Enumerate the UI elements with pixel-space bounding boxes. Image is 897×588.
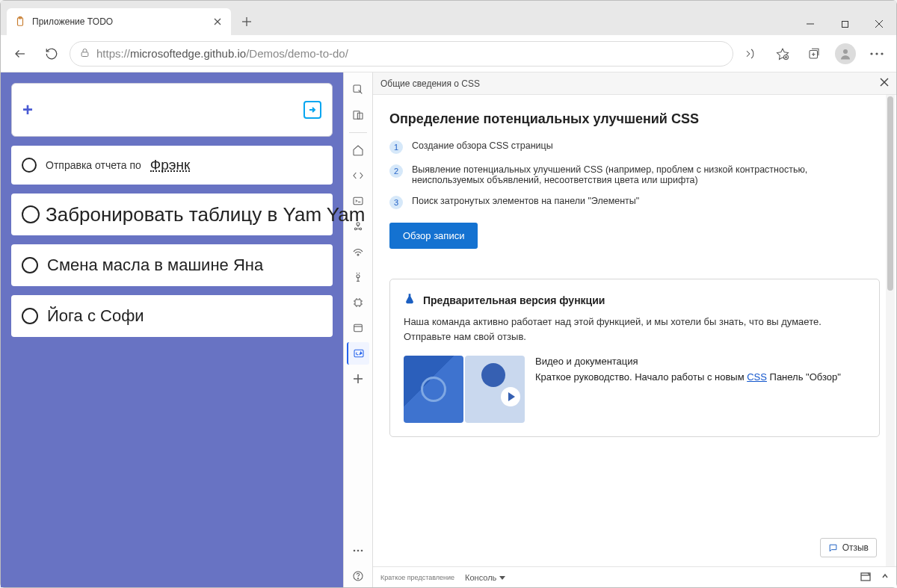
- maximize-button[interactable]: [827, 13, 862, 35]
- step-text: Выявление потенциальных улучшений CSS (н…: [412, 164, 880, 185]
- browser-window: Приложение TODO https://microsoftedge: [0, 0, 897, 588]
- svg-point-40: [357, 550, 360, 552]
- application-icon[interactable]: [347, 317, 369, 339]
- preview-title-row: Предварительная версия функции: [404, 293, 866, 307]
- svg-point-31: [357, 254, 359, 256]
- devtools-panel: Общие сведения о CSS Определение потенци…: [373, 72, 896, 587]
- todo-item[interactable]: Забронировать таблицу в Yam Yam: [11, 194, 333, 235]
- todo-item[interactable]: Отправка отчета по Фрэнк: [11, 146, 333, 185]
- step-number: 1: [389, 140, 403, 154]
- checkbox-icon[interactable]: [22, 205, 40, 223]
- svg-point-19: [843, 49, 848, 54]
- todo-text: Смена масла в машине Яна: [47, 256, 263, 275]
- media-subtitle: Краткое руководство. Начало работы с нов…: [535, 371, 841, 383]
- preview-media: Видео и документация Краткое руководство…: [404, 356, 866, 423]
- submit-arrow-icon[interactable]: [303, 101, 321, 119]
- thumbnail-design: [404, 356, 463, 423]
- play-icon: [501, 387, 520, 406]
- svg-point-20: [870, 52, 872, 55]
- checkbox-icon[interactable]: [22, 308, 38, 324]
- browser-tab[interactable]: Приложение TODO: [7, 8, 231, 35]
- todo-text-name: Фрэнк: [150, 157, 191, 173]
- css-link[interactable]: CSS: [747, 371, 767, 383]
- drawer-quick-label: Краткое представление: [380, 574, 454, 581]
- close-window-button[interactable]: [862, 13, 896, 35]
- back-button[interactable]: [7, 40, 34, 67]
- close-panel-icon[interactable]: [880, 78, 889, 89]
- svg-point-21: [875, 52, 878, 55]
- todo-text: Забронировать таблицу в Yam Yam: [46, 203, 365, 226]
- collections-icon[interactable]: [801, 40, 827, 67]
- css-overview-icon[interactable]: [347, 342, 369, 365]
- svg-marker-46: [499, 576, 505, 580]
- minimize-button[interactable]: [793, 13, 827, 35]
- flask-icon: [404, 293, 416, 307]
- url-field[interactable]: https://microsoftedge.github.io/Demos/de…: [70, 41, 733, 66]
- preview-box: Предварительная версия функции Наша кома…: [389, 279, 880, 437]
- step-item: 2 Выявление потенциальных улучшений CSS …: [389, 164, 880, 185]
- titlebar: Приложение TODO: [1, 1, 896, 35]
- url-text: https://microsoftedge.github.io/Demos/de…: [96, 47, 348, 60]
- performance-icon[interactable]: [347, 266, 369, 288]
- favorites-icon[interactable]: [769, 40, 796, 67]
- svg-rect-7: [842, 21, 848, 27]
- svg-rect-11: [81, 52, 88, 56]
- device-icon[interactable]: [347, 104, 369, 126]
- help-icon[interactable]: [347, 565, 369, 587]
- step-number: 2: [389, 164, 403, 178]
- panel-header: Общие сведения о CSS: [373, 72, 896, 95]
- lock-icon: [79, 47, 90, 61]
- thumbnail-video: [465, 356, 525, 423]
- svg-point-30: [360, 228, 362, 230]
- add-tool-icon[interactable]: [347, 368, 369, 390]
- drawer-console-tab[interactable]: Консоль: [465, 573, 505, 582]
- home-icon[interactable]: [347, 139, 369, 161]
- svg-point-29: [354, 228, 357, 230]
- step-item: 1 Создание обзора CSS страницы: [389, 140, 880, 154]
- media-text: Видео и документация Краткое руководство…: [535, 356, 841, 383]
- checkbox-icon[interactable]: [22, 257, 38, 273]
- checkbox-icon[interactable]: [22, 158, 37, 173]
- svg-rect-33: [355, 300, 361, 306]
- refresh-button[interactable]: [38, 40, 65, 67]
- step-number: 3: [389, 196, 403, 209]
- devtools-rail: [343, 72, 373, 587]
- elements-icon[interactable]: [347, 164, 369, 187]
- preview-title: Предварительная версия функции: [423, 294, 605, 306]
- todo-item[interactable]: Смена масла в машине Яна: [11, 244, 333, 286]
- todo-item[interactable]: Йога с Софи: [11, 295, 333, 337]
- svg-point-22: [881, 52, 883, 55]
- svg-point-43: [357, 578, 358, 579]
- profile-avatar[interactable]: [832, 40, 859, 67]
- more-tools-icon[interactable]: [347, 539, 369, 562]
- inspect-icon[interactable]: [347, 78, 369, 101]
- close-icon[interactable]: [212, 16, 224, 28]
- add-task-box[interactable]: +: [11, 83, 333, 137]
- memory-icon[interactable]: [347, 291, 369, 314]
- todo-app: + Отправка отчета по Фрэнк Забронировать…: [1, 72, 343, 587]
- network-icon[interactable]: [347, 241, 369, 263]
- clipboard-icon: [14, 16, 26, 28]
- read-aloud-icon[interactable]: [738, 40, 765, 67]
- plus-icon: +: [22, 99, 33, 120]
- more-menu-icon[interactable]: [863, 40, 890, 67]
- step-text: Поиск затронутых элементов на панели "Эл…: [412, 196, 639, 206]
- capture-overview-button[interactable]: Обзор записи: [389, 223, 478, 249]
- dock-icon[interactable]: [860, 572, 871, 583]
- feedback-button[interactable]: Отзыв: [820, 538, 877, 557]
- new-tab-button[interactable]: [235, 10, 258, 33]
- svg-point-39: [354, 550, 356, 552]
- panel-body: Определение потенциальных улучшений CSS …: [373, 95, 896, 566]
- chevron-up-icon[interactable]: [881, 572, 889, 583]
- svg-point-41: [361, 550, 363, 552]
- address-bar: https://microsoftedge.github.io/Demos/de…: [1, 35, 896, 72]
- window-controls: [793, 13, 896, 35]
- tab-title: Приложение TODO: [32, 16, 206, 27]
- media-thumbnails[interactable]: [404, 356, 525, 423]
- panel-title: Общие сведения о CSS: [380, 78, 480, 89]
- devtools-drawer: Краткое представление Консоль: [373, 566, 896, 587]
- step-text: Создание обзора CSS страницы: [412, 140, 553, 151]
- step-item: 3 Поиск затронутых элементов на панели "…: [389, 196, 880, 209]
- svg-point-32: [357, 275, 360, 278]
- svg-rect-25: [357, 113, 363, 119]
